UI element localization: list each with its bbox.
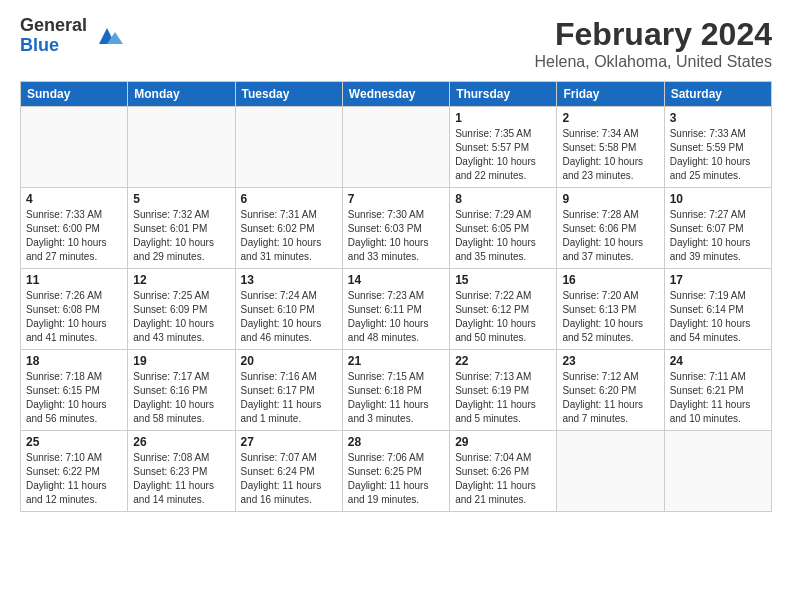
day-cell: 15Sunrise: 7:22 AM Sunset: 6:12 PM Dayli… (450, 269, 557, 350)
day-cell: 3Sunrise: 7:33 AM Sunset: 5:59 PM Daylig… (664, 107, 771, 188)
main-title: February 2024 (535, 16, 772, 53)
day-info: Sunrise: 7:26 AM Sunset: 6:08 PM Dayligh… (26, 289, 122, 345)
day-info: Sunrise: 7:27 AM Sunset: 6:07 PM Dayligh… (670, 208, 766, 264)
day-cell: 25Sunrise: 7:10 AM Sunset: 6:22 PM Dayli… (21, 431, 128, 512)
header-wednesday: Wednesday (342, 82, 449, 107)
day-cell: 16Sunrise: 7:20 AM Sunset: 6:13 PM Dayli… (557, 269, 664, 350)
week-row-3: 11Sunrise: 7:26 AM Sunset: 6:08 PM Dayli… (21, 269, 772, 350)
day-cell: 2Sunrise: 7:34 AM Sunset: 5:58 PM Daylig… (557, 107, 664, 188)
day-info: Sunrise: 7:12 AM Sunset: 6:20 PM Dayligh… (562, 370, 658, 426)
day-cell: 26Sunrise: 7:08 AM Sunset: 6:23 PM Dayli… (128, 431, 235, 512)
day-info: Sunrise: 7:28 AM Sunset: 6:06 PM Dayligh… (562, 208, 658, 264)
day-info: Sunrise: 7:35 AM Sunset: 5:57 PM Dayligh… (455, 127, 551, 183)
header-thursday: Thursday (450, 82, 557, 107)
week-row-1: 1Sunrise: 7:35 AM Sunset: 5:57 PM Daylig… (21, 107, 772, 188)
day-info: Sunrise: 7:24 AM Sunset: 6:10 PM Dayligh… (241, 289, 337, 345)
header: General Blue February 2024 Helena, Oklah… (20, 16, 772, 71)
day-cell (128, 107, 235, 188)
logo-general: General (20, 16, 87, 36)
day-number: 6 (241, 192, 337, 206)
day-cell: 28Sunrise: 7:06 AM Sunset: 6:25 PM Dayli… (342, 431, 449, 512)
day-number: 12 (133, 273, 229, 287)
day-info: Sunrise: 7:15 AM Sunset: 6:18 PM Dayligh… (348, 370, 444, 426)
day-cell (342, 107, 449, 188)
day-cell: 23Sunrise: 7:12 AM Sunset: 6:20 PM Dayli… (557, 350, 664, 431)
day-info: Sunrise: 7:32 AM Sunset: 6:01 PM Dayligh… (133, 208, 229, 264)
header-friday: Friday (557, 82, 664, 107)
day-info: Sunrise: 7:11 AM Sunset: 6:21 PM Dayligh… (670, 370, 766, 426)
day-number: 16 (562, 273, 658, 287)
day-cell: 21Sunrise: 7:15 AM Sunset: 6:18 PM Dayli… (342, 350, 449, 431)
day-info: Sunrise: 7:07 AM Sunset: 6:24 PM Dayligh… (241, 451, 337, 507)
day-number: 19 (133, 354, 229, 368)
day-info: Sunrise: 7:04 AM Sunset: 6:26 PM Dayligh… (455, 451, 551, 507)
header-tuesday: Tuesday (235, 82, 342, 107)
week-row-2: 4Sunrise: 7:33 AM Sunset: 6:00 PM Daylig… (21, 188, 772, 269)
day-cell: 7Sunrise: 7:30 AM Sunset: 6:03 PM Daylig… (342, 188, 449, 269)
day-info: Sunrise: 7:23 AM Sunset: 6:11 PM Dayligh… (348, 289, 444, 345)
logo: General Blue (20, 16, 123, 56)
day-info: Sunrise: 7:30 AM Sunset: 6:03 PM Dayligh… (348, 208, 444, 264)
day-cell: 8Sunrise: 7:29 AM Sunset: 6:05 PM Daylig… (450, 188, 557, 269)
day-cell: 9Sunrise: 7:28 AM Sunset: 6:06 PM Daylig… (557, 188, 664, 269)
day-info: Sunrise: 7:06 AM Sunset: 6:25 PM Dayligh… (348, 451, 444, 507)
day-cell: 14Sunrise: 7:23 AM Sunset: 6:11 PM Dayli… (342, 269, 449, 350)
day-number: 18 (26, 354, 122, 368)
logo-text: General Blue (20, 16, 87, 56)
day-cell: 18Sunrise: 7:18 AM Sunset: 6:15 PM Dayli… (21, 350, 128, 431)
day-cell: 6Sunrise: 7:31 AM Sunset: 6:02 PM Daylig… (235, 188, 342, 269)
day-info: Sunrise: 7:29 AM Sunset: 6:05 PM Dayligh… (455, 208, 551, 264)
day-cell: 22Sunrise: 7:13 AM Sunset: 6:19 PM Dayli… (450, 350, 557, 431)
day-cell: 5Sunrise: 7:32 AM Sunset: 6:01 PM Daylig… (128, 188, 235, 269)
day-number: 25 (26, 435, 122, 449)
day-cell: 12Sunrise: 7:25 AM Sunset: 6:09 PM Dayli… (128, 269, 235, 350)
day-number: 26 (133, 435, 229, 449)
day-number: 24 (670, 354, 766, 368)
day-info: Sunrise: 7:34 AM Sunset: 5:58 PM Dayligh… (562, 127, 658, 183)
day-info: Sunrise: 7:17 AM Sunset: 6:16 PM Dayligh… (133, 370, 229, 426)
day-number: 2 (562, 111, 658, 125)
week-row-4: 18Sunrise: 7:18 AM Sunset: 6:15 PM Dayli… (21, 350, 772, 431)
calendar-header-row: Sunday Monday Tuesday Wednesday Thursday… (21, 82, 772, 107)
day-number: 22 (455, 354, 551, 368)
day-info: Sunrise: 7:31 AM Sunset: 6:02 PM Dayligh… (241, 208, 337, 264)
day-number: 1 (455, 111, 551, 125)
day-cell: 20Sunrise: 7:16 AM Sunset: 6:17 PM Dayli… (235, 350, 342, 431)
day-cell: 10Sunrise: 7:27 AM Sunset: 6:07 PM Dayli… (664, 188, 771, 269)
day-cell: 24Sunrise: 7:11 AM Sunset: 6:21 PM Dayli… (664, 350, 771, 431)
day-number: 4 (26, 192, 122, 206)
logo-blue: Blue (20, 36, 87, 56)
day-number: 15 (455, 273, 551, 287)
day-cell: 19Sunrise: 7:17 AM Sunset: 6:16 PM Dayli… (128, 350, 235, 431)
day-info: Sunrise: 7:33 AM Sunset: 6:00 PM Dayligh… (26, 208, 122, 264)
day-info: Sunrise: 7:33 AM Sunset: 5:59 PM Dayligh… (670, 127, 766, 183)
day-number: 29 (455, 435, 551, 449)
day-info: Sunrise: 7:10 AM Sunset: 6:22 PM Dayligh… (26, 451, 122, 507)
day-info: Sunrise: 7:16 AM Sunset: 6:17 PM Dayligh… (241, 370, 337, 426)
subtitle: Helena, Oklahoma, United States (535, 53, 772, 71)
day-number: 28 (348, 435, 444, 449)
day-number: 14 (348, 273, 444, 287)
day-number: 9 (562, 192, 658, 206)
calendar: Sunday Monday Tuesday Wednesday Thursday… (20, 81, 772, 512)
day-cell: 29Sunrise: 7:04 AM Sunset: 6:26 PM Dayli… (450, 431, 557, 512)
day-cell: 1Sunrise: 7:35 AM Sunset: 5:57 PM Daylig… (450, 107, 557, 188)
day-cell: 17Sunrise: 7:19 AM Sunset: 6:14 PM Dayli… (664, 269, 771, 350)
day-cell (235, 107, 342, 188)
day-cell: 27Sunrise: 7:07 AM Sunset: 6:24 PM Dayli… (235, 431, 342, 512)
day-info: Sunrise: 7:22 AM Sunset: 6:12 PM Dayligh… (455, 289, 551, 345)
day-number: 17 (670, 273, 766, 287)
page: General Blue February 2024 Helena, Oklah… (0, 0, 792, 612)
week-row-5: 25Sunrise: 7:10 AM Sunset: 6:22 PM Dayli… (21, 431, 772, 512)
day-number: 23 (562, 354, 658, 368)
day-cell (664, 431, 771, 512)
day-info: Sunrise: 7:20 AM Sunset: 6:13 PM Dayligh… (562, 289, 658, 345)
day-cell (557, 431, 664, 512)
day-number: 7 (348, 192, 444, 206)
day-info: Sunrise: 7:13 AM Sunset: 6:19 PM Dayligh… (455, 370, 551, 426)
day-info: Sunrise: 7:08 AM Sunset: 6:23 PM Dayligh… (133, 451, 229, 507)
day-number: 21 (348, 354, 444, 368)
day-number: 10 (670, 192, 766, 206)
title-block: February 2024 Helena, Oklahoma, United S… (535, 16, 772, 71)
day-cell (21, 107, 128, 188)
